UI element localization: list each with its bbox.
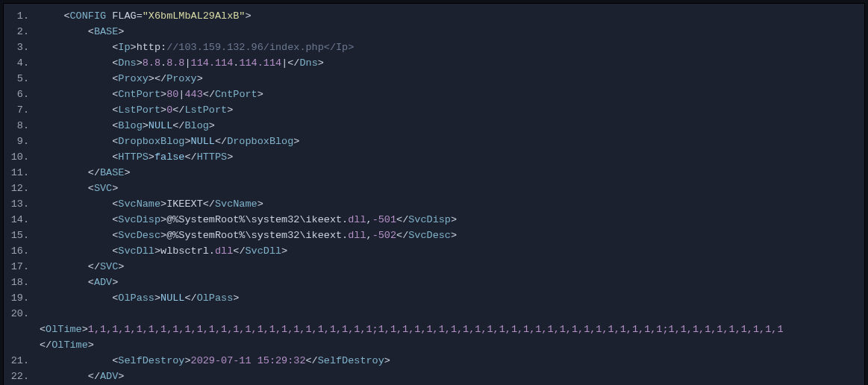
code-token: > [160, 104, 166, 116]
code-content[interactable]: <SvcDisp>@%SystemRoot%\system32\ikeext.d… [40, 212, 864, 228]
code-token: SvcDesc [118, 230, 160, 241]
code-token: CntPort [118, 89, 160, 100]
code-line[interactable]: 7. <LstPort>0</LstPort> [4, 102, 864, 118]
code-token: Proxy [118, 73, 149, 84]
code-content[interactable]: <SvcDesc>@%SystemRoot%\system32\ikeext.d… [40, 228, 864, 243]
code-token: > [227, 151, 233, 163]
code-token: -501 [372, 214, 396, 225]
code-line[interactable]: 10. <HTTPS>false</HTTPS> [4, 149, 864, 165]
code-line[interactable]: 5. <Proxy></Proxy> [4, 71, 864, 87]
code-token: > [209, 120, 215, 131]
code-token: </ [184, 151, 196, 163]
code-content[interactable]: <HTTPS>false</HTTPS> [40, 149, 864, 165]
code-token: SvcName [215, 198, 257, 210]
code-line[interactable]: 12. <SVC> [4, 181, 864, 196]
code-token: > [143, 120, 149, 131]
code-content[interactable]: </SVC> [40, 259, 864, 275]
code-content[interactable]: <Blog>NULL</Blog> [40, 118, 864, 134]
code-token: </ [88, 261, 100, 272]
code-token: @%SystemRoot%\system32\ikeext. [166, 230, 348, 241]
code-content[interactable]: <CntPort>80|443</CntPort> [40, 87, 864, 102]
code-token: dll [215, 245, 233, 257]
code-line[interactable]: 18. <ADV> [4, 275, 864, 290]
code-content[interactable]: <ADV> [40, 275, 864, 290]
code-line[interactable]: 16. <SvcDll>wlbsctrl.dll</SvcDll> [4, 243, 864, 259]
code-content[interactable]: </ADV> [40, 369, 864, 384]
code-line[interactable]: 11. </BASE> [4, 165, 864, 181]
code-content[interactable]: <SvcDll>wlbsctrl.dll</SvcDll> [40, 243, 864, 259]
code-content[interactable]: <SVC> [40, 181, 864, 196]
code-content[interactable]: <Dns>8.8.8.8|114.114.114.114|</Dns> [40, 55, 864, 71]
line-number: 16. [4, 243, 40, 259]
code-line[interactable]: 1. <CONFIG FLAG="X6bmLMbAL29AlxB"> [4, 8, 864, 24]
line-number: 4. [4, 55, 40, 71]
code-content[interactable]: <BASE> [40, 24, 864, 40]
line-number: 9. [4, 134, 40, 149]
code-token: HTTPS [118, 151, 149, 163]
code-token: SvcDisp [408, 214, 451, 225]
code-content[interactable]: <OlTime>1,1,1,1,1,1,1,1,1,1,1,1,1,1,1,1,… [40, 322, 864, 337]
code-token: wlbsctrl. [160, 245, 215, 257]
code-line[interactable]: 9. <DropboxBlog>NULL</DropboxBlog> [4, 134, 864, 149]
code-token: OlPass [118, 292, 154, 304]
code-token: OlPass [197, 292, 234, 304]
line-number: 8. [4, 118, 40, 134]
code-content[interactable]: <SvcName>IKEEXT</SvcName> [40, 196, 864, 212]
code-line[interactable]: 22. </ADV> [4, 369, 864, 384]
code-content[interactable]: <DropboxBlog>NULL</DropboxBlog> [40, 134, 864, 149]
code-token: ADV [100, 371, 118, 382]
code-token: SelfDestroy [318, 355, 384, 366]
code-token: SvcName [118, 198, 160, 210]
code-content[interactable]: </BASE> [40, 165, 864, 181]
code-line[interactable]: 21. <SelfDestroy>2029-07-11 15:29:32</Se… [4, 353, 864, 369]
code-token: 8.8 [166, 57, 184, 69]
line-number: 22. [4, 369, 40, 384]
code-token: > [112, 277, 118, 288]
code-line[interactable]: 4. <Dns>8.8.8.8|114.114.114.114|</Dns> [4, 55, 864, 71]
code-token: > [451, 214, 457, 225]
code-line[interactable]: 14. <SvcDisp>@%SystemRoot%\system32\ikee… [4, 212, 864, 228]
code-line[interactable]: 2. <BASE> [4, 24, 864, 40]
code-token: > [233, 292, 239, 304]
code-line[interactable]: 17. </SVC> [4, 259, 864, 275]
code-content[interactable]: <SelfDestroy>2029-07-11 15:29:32</SelfDe… [40, 353, 864, 369]
code-token: > [293, 136, 299, 147]
code-editor[interactable]: 1. <CONFIG FLAG="X6bmLMbAL29AlxB">2. <BA… [3, 3, 865, 385]
line-number: 2. [4, 24, 40, 40]
code-content[interactable]: <Ip>http://103.159.132.96/index.php</Ip> [40, 40, 864, 55]
code-token: CntPort [215, 89, 257, 100]
line-number: 13. [4, 196, 40, 212]
code-token: > [118, 371, 124, 382]
code-line[interactable]: 6. <CntPort>80|443</CntPort> [4, 87, 864, 102]
code-token: > [131, 42, 137, 53]
code-token: ></ [149, 73, 166, 84]
code-line[interactable]: </OlTime> [4, 337, 864, 353]
code-line[interactable]: 15. <SvcDesc>@%SystemRoot%\system32\ikee… [4, 228, 864, 243]
code-token: > [88, 339, 94, 351]
code-token: SVC [100, 261, 118, 272]
code-token: LstPort [118, 104, 160, 116]
code-token: BASE [94, 26, 118, 37]
code-token: IKEEXT [166, 198, 203, 210]
code-token: 1,1,1,1,1,1,1,1,1,1,1,1,1,1,1,1,1,1,1,1,… [88, 324, 784, 335]
code-line[interactable]: 19. <OlPass>NULL</OlPass> [4, 290, 864, 306]
code-line[interactable]: 13. <SvcName>IKEEXT</SvcName> [4, 196, 864, 212]
code-token: </ [88, 371, 100, 382]
code-line[interactable]: 3. <Ip>http://103.159.132.96/index.php</… [4, 40, 864, 55]
code-token: > [160, 198, 166, 210]
line-number: 20. [4, 306, 40, 322]
code-token: NULL [191, 136, 215, 147]
code-line[interactable]: <OlTime>1,1,1,1,1,1,1,1,1,1,1,1,1,1,1,1,… [4, 322, 864, 337]
code-token: > [257, 198, 263, 210]
code-content[interactable]: <LstPort>0</LstPort> [40, 102, 864, 118]
code-token: DropboxBlog [227, 136, 293, 147]
code-line[interactable]: 20. [4, 306, 864, 322]
code-token: </ [215, 136, 227, 147]
code-line[interactable]: 8. <Blog>NULL</Blog> [4, 118, 864, 134]
code-token: > [257, 89, 263, 100]
code-token: SVC [94, 183, 112, 194]
code-content[interactable]: </OlTime> [40, 337, 864, 353]
code-content[interactable]: <Proxy></Proxy> [40, 71, 864, 87]
code-content[interactable]: <OlPass>NULL</OlPass> [40, 290, 864, 306]
code-content[interactable]: <CONFIG FLAG="X6bmLMbAL29AlxB"> [40, 8, 864, 24]
